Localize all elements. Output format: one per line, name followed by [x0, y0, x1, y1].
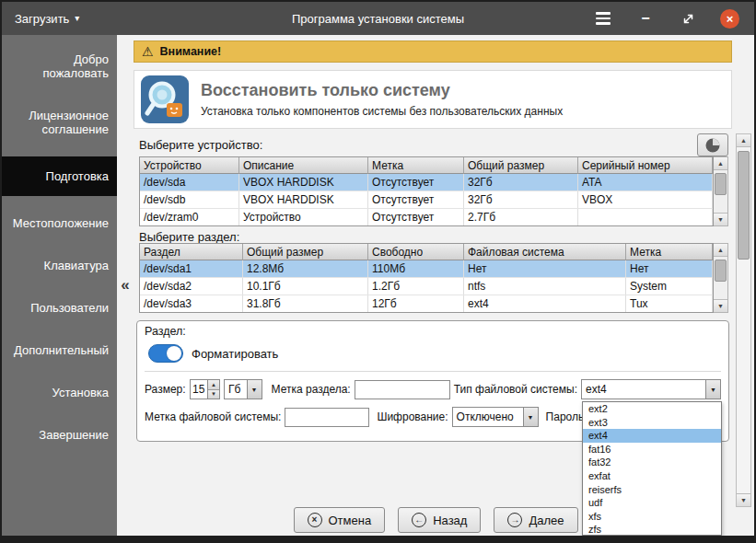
chevron-down-icon[interactable]: ▼: [705, 380, 720, 399]
fs-option[interactable]: udf: [583, 496, 721, 510]
device-table-body: /dev/sdaVBOX HARDDISKОтсутствует32ГбATA/…: [140, 174, 713, 226]
table-cell: ATA: [578, 174, 713, 191]
device-table-scrollbar[interactable]: ▲ ▼: [714, 156, 728, 226]
table-cell: /dev/sda: [140, 174, 239, 191]
disk-usage-button[interactable]: [697, 133, 728, 156]
fs-option[interactable]: fat32: [583, 456, 721, 469]
warning-icon: ⚠: [142, 45, 154, 58]
fs-label-input[interactable]: [285, 408, 369, 427]
column-header[interactable]: Раздел: [140, 244, 243, 260]
spin-down-button[interactable]: ▼: [208, 390, 219, 399]
scroll-thumb[interactable]: [715, 173, 727, 195]
table-row[interactable]: /dev/sda331.8Гб12Гбext4Tux: [140, 295, 713, 313]
column-header[interactable]: Устройство: [140, 157, 239, 174]
partition-table-grid: РазделОбщий размерСвободноФайловая систе…: [139, 243, 714, 313]
pie-chart-icon: [704, 137, 721, 154]
scroll-up-button[interactable]: ▲: [737, 134, 750, 147]
encryption-select[interactable]: Отключено ▼: [452, 407, 539, 427]
spin-up-button[interactable]: ▲: [208, 380, 219, 390]
header-texts: Восстановить только систему Установка то…: [201, 81, 563, 118]
menu-button[interactable]: [593, 8, 613, 29]
next-button[interactable]: → Далее: [494, 507, 577, 533]
column-header[interactable]: Общий размер: [464, 157, 578, 174]
chevron-down-icon[interactable]: ▼: [523, 408, 538, 426]
fs-type-select[interactable]: ext4 ▼: [581, 379, 721, 399]
scroll-up-button[interactable]: ▲: [714, 157, 727, 170]
column-header[interactable]: Файловая система: [464, 244, 626, 260]
cancel-icon: ×: [308, 513, 322, 527]
table-cell: ext4: [464, 295, 626, 312]
partition-table: РазделОбщий размерСвободноФайловая систе…: [139, 243, 728, 313]
minimize-button[interactable]: −: [635, 8, 656, 29]
fs-type-label: Тип файловой системы:: [454, 383, 577, 396]
sidebar-item-step[interactable]: Установка: [2, 377, 117, 408]
table-row[interactable]: /dev/sda112.8Мб110МбНетНет: [140, 260, 713, 278]
table-cell: /dev/sda1: [140, 260, 243, 277]
fs-option[interactable]: ext2: [583, 402, 721, 416]
fs-option[interactable]: xfs: [583, 510, 721, 524]
scroll-track[interactable]: [714, 170, 727, 213]
column-header[interactable]: Свободно: [368, 244, 464, 260]
device-section-label: Выберите устройство:: [139, 138, 262, 152]
table-cell: Устройство: [239, 209, 368, 225]
table-row[interactable]: /dev/zram0УстройствоОтсутствует2.7Гб: [140, 209, 713, 226]
mode-header-panel: Восстановить только систему Установка то…: [134, 70, 732, 129]
back-label: Назад: [433, 514, 467, 527]
sidebar-item-step[interactable]: Местоположение: [2, 208, 117, 238]
sidebar-item-active[interactable]: Подготовка: [2, 156, 117, 196]
sidebar-collapse-handle[interactable]: «: [119, 276, 132, 295]
sidebar-item-step[interactable]: Дополнительный: [2, 335, 117, 365]
column-header[interactable]: Метка: [368, 157, 464, 174]
format-toggle[interactable]: [148, 344, 183, 363]
cancel-button[interactable]: × Отмена: [294, 507, 386, 533]
scroll-down-button[interactable]: ▼: [737, 493, 750, 506]
scroll-down-button[interactable]: ▼: [714, 299, 727, 312]
fs-option[interactable]: reiserfs: [583, 483, 721, 497]
size-row: Размер: 15 ▲ ▼ Гб ▼ Метка раздела:: [145, 371, 721, 399]
device-table-grid: УстройствоОписаниеМеткаОбщий размерСерий…: [139, 156, 714, 226]
size-unit-value: Гб: [225, 383, 247, 396]
column-header[interactable]: Общий размер: [243, 244, 368, 260]
partition-table-scrollbar[interactable]: ▲ ▼: [714, 243, 728, 313]
partition-table-header: РазделОбщий размерСвободноФайловая систе…: [140, 244, 713, 260]
fs-option[interactable]: zfs: [583, 523, 721, 536]
fs-option[interactable]: exfat: [583, 469, 721, 483]
sidebar-item-step[interactable]: Клавиатура: [2, 250, 117, 281]
chevron-down-icon[interactable]: ▼: [247, 380, 262, 399]
size-spinner[interactable]: 15 ▲ ▼: [190, 379, 220, 399]
partition-label-input[interactable]: [355, 380, 450, 399]
column-header[interactable]: Метка: [626, 244, 713, 260]
fs-option[interactable]: ext3: [583, 416, 721, 430]
column-header[interactable]: Описание: [239, 157, 368, 174]
size-label: Размер:: [145, 383, 186, 396]
back-button[interactable]: ← Назад: [398, 507, 481, 533]
warning-text: Внимание!: [160, 45, 222, 58]
main-scrollbar[interactable]: ▲ ▼: [736, 133, 751, 507]
fs-option[interactable]: ext4: [583, 429, 721, 443]
size-value: 15: [191, 380, 207, 399]
column-header[interactable]: Серийный номер: [578, 157, 713, 174]
close-button[interactable]: ×: [720, 9, 739, 29]
sidebar-item-step[interactable]: Лицензионное соглашение: [2, 100, 117, 144]
table-row[interactable]: /dev/sdbVBOX HARDDISKОтсутствует32ГбVBOX: [140, 191, 713, 209]
fs-option[interactable]: fat16: [583, 443, 721, 456]
sidebar-item-step[interactable]: Пользователи: [2, 293, 117, 323]
scroll-up-button[interactable]: ▲: [714, 244, 727, 257]
scroll-down-button[interactable]: ▼: [714, 213, 727, 225]
maximize-icon: [681, 12, 695, 26]
cancel-label: Отмена: [329, 514, 372, 527]
size-unit-select[interactable]: Гб ▼: [224, 379, 262, 399]
table-row[interactable]: /dev/sda210.1Гб1.2ГбntfsSystem: [140, 278, 713, 295]
scroll-thumb[interactable]: [715, 260, 727, 282]
scroll-thumb[interactable]: [738, 151, 750, 260]
maximize-button[interactable]: [678, 8, 698, 29]
table-row[interactable]: /dev/sdaVBOX HARDDISKОтсутствует32ГбATA: [140, 174, 713, 191]
scroll-track[interactable]: [737, 147, 750, 493]
scroll-track[interactable]: [714, 257, 727, 299]
recovery-disk-icon: [140, 75, 190, 124]
table-cell: 31.8Гб: [243, 295, 368, 312]
table-cell: 32Гб: [464, 174, 578, 191]
load-menu-button[interactable]: Загрузить ▾: [2, 2, 92, 35]
sidebar-item-step[interactable]: Завершение: [2, 420, 117, 450]
sidebar-item-step[interactable]: Добро пожаловать: [2, 44, 117, 88]
